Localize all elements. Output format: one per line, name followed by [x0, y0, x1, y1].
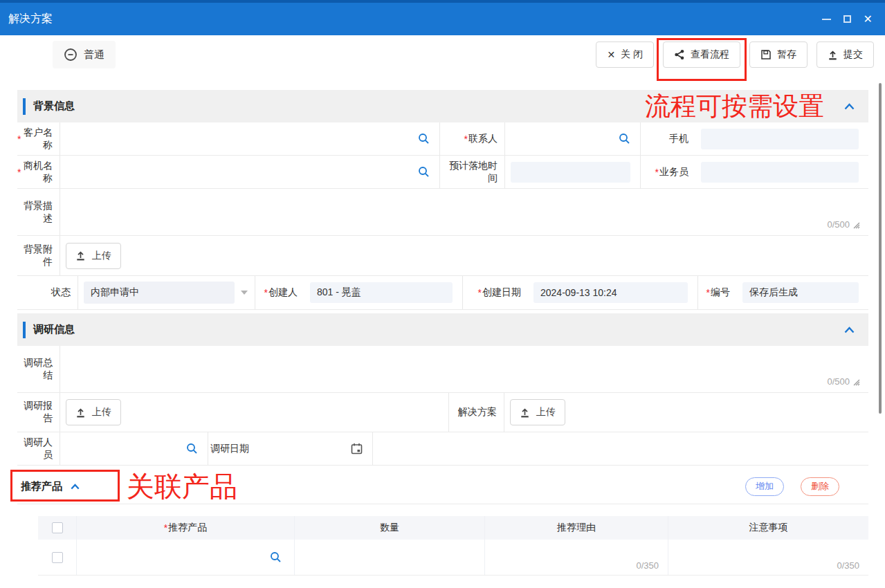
search-icon[interactable]: [418, 166, 430, 178]
create-date-input[interactable]: 2024-09-13 10:24: [533, 282, 688, 303]
background-attach-label: 背景附件: [17, 236, 60, 275]
products-section-title: 推荐产品: [21, 480, 80, 493]
salesman-input[interactable]: [701, 162, 859, 183]
salesman-field-cell: [695, 156, 868, 188]
creator-label: *创建人: [255, 276, 304, 309]
create-date-cell: 2024-09-13 10:24: [528, 276, 697, 309]
creator-cell: 801 - 晃盖: [304, 276, 462, 309]
toolbar: 普通 ✕ 关 闭 查看流程 暂存 提交: [0, 35, 885, 74]
background-section-title: 背景信息: [33, 100, 75, 113]
maximize-icon[interactable]: [843, 15, 851, 23]
header-quantity: 数量: [294, 516, 484, 540]
serial-input[interactable]: 保存后生成: [742, 282, 859, 303]
close-form-button[interactable]: ✕ 关 闭: [596, 42, 654, 68]
chevron-down-icon[interactable]: [241, 291, 248, 295]
research-date-label: 调研日期: [208, 432, 256, 465]
search-icon[interactable]: [186, 443, 198, 454]
reason-counter: 0/350: [636, 560, 659, 571]
research-section-header: 调研信息: [17, 313, 868, 346]
researcher-field[interactable]: [60, 432, 208, 465]
header-notes: 注意事项: [668, 516, 868, 540]
status-label: 状态: [17, 276, 77, 309]
search-icon[interactable]: [619, 133, 630, 145]
creator-input[interactable]: 801 - 晃盖: [310, 282, 453, 303]
background-desc-textarea[interactable]: 0/500: [60, 189, 868, 235]
section-background: 背景信息 流程可按需设置 *客户名称 *联系人 手机 *商机名称: [17, 90, 868, 310]
priority-label: 普通: [84, 48, 104, 62]
background-desc-counter: 0/500: [827, 219, 860, 230]
priority-button[interactable]: 普通: [53, 41, 116, 68]
background-attach-cell: 上传: [60, 236, 868, 275]
landing-time-label: 预计落地时间: [439, 156, 504, 188]
products-table-header: *推荐产品 数量 推荐理由 注意事项: [38, 516, 868, 540]
status-select[interactable]: 内部申请中: [77, 276, 255, 309]
row-research-summary: 调研总结 0/500: [17, 346, 868, 393]
row-opportunity: *商机名称 预计落地时间 *业务员: [17, 156, 868, 189]
solution-label: 解决方案: [448, 393, 504, 432]
chevron-up-icon[interactable]: [844, 327, 855, 333]
window-controls: ✕: [822, 14, 873, 25]
delete-row-button[interactable]: 删除: [801, 477, 839, 496]
upload-icon: [828, 50, 838, 60]
floppy-save-icon: [760, 49, 772, 60]
share-icon: [674, 49, 685, 60]
resize-handle-icon[interactable]: [852, 378, 860, 386]
window-title: 解决方案: [8, 12, 53, 26]
row-research-report: 调研报告 上传 解决方案 上传: [17, 393, 868, 432]
view-process-button[interactable]: 查看流程: [663, 42, 740, 68]
form-content: 背景信息 流程可按需设置 *客户名称 *联系人 手机 *商机名称: [0, 90, 885, 576]
chevron-up-icon[interactable]: [844, 103, 855, 110]
search-icon[interactable]: [418, 133, 430, 145]
close-x-icon: ✕: [607, 49, 615, 60]
contact-field[interactable]: [504, 122, 640, 155]
mobile-input[interactable]: [701, 129, 859, 149]
section-accent-bar: [23, 98, 26, 115]
close-icon[interactable]: ✕: [864, 14, 873, 25]
row-customer: *客户名称 *联系人 手机: [17, 122, 868, 156]
create-date-label: *创建日期: [462, 276, 528, 309]
upload-icon: [75, 250, 86, 261]
products-table: *推荐产品 数量 推荐理由 注意事项 0/350 0/350: [38, 516, 868, 576]
serial-label: *编号: [697, 276, 737, 309]
row-checkbox[interactable]: [52, 552, 63, 563]
row-select-cell: [38, 540, 76, 575]
row-product-field[interactable]: [76, 540, 294, 575]
select-all-cell: [38, 516, 76, 540]
upload-icon: [75, 407, 86, 418]
research-report-upload-button[interactable]: 上传: [66, 399, 121, 425]
search-icon[interactable]: [270, 551, 282, 563]
products-actions: 增加 删除: [745, 477, 839, 496]
solution-upload-button[interactable]: 上传: [510, 399, 565, 425]
background-section-header: 背景信息 流程可按需设置: [17, 90, 868, 122]
research-summary-textarea[interactable]: 0/500: [60, 346, 868, 392]
upload-icon: [520, 407, 530, 418]
row-quantity-field[interactable]: [294, 540, 484, 575]
landing-time-input[interactable]: [511, 162, 630, 183]
header-product: *推荐产品: [76, 516, 294, 540]
background-upload-button[interactable]: 上传: [66, 243, 121, 269]
row-background-attach: 背景附件 上传: [17, 236, 868, 276]
row-reason-field[interactable]: 0/350: [484, 540, 668, 575]
resize-handle-icon[interactable]: [852, 221, 860, 229]
add-row-button[interactable]: 增加: [745, 477, 784, 496]
research-summary-counter: 0/500: [827, 376, 860, 387]
research-report-cell: 上传: [60, 393, 448, 432]
background-desc-label: 背景描述: [17, 189, 60, 235]
product-annotation-text: 关联产品: [127, 468, 237, 506]
toolbar-actions: ✕ 关 闭 查看流程 暂存 提交: [596, 42, 874, 68]
process-annotation-text: 流程可按需设置: [645, 89, 824, 124]
save-draft-button[interactable]: 暂存: [749, 42, 808, 68]
minimize-icon[interactable]: [822, 19, 831, 20]
select-all-checkbox[interactable]: [52, 522, 63, 533]
status-select-value[interactable]: 内部申请中: [84, 282, 235, 304]
research-date-field[interactable]: [256, 432, 372, 465]
mobile-field-cell: [695, 122, 868, 155]
products-section-header: 推荐产品 关联产品 增加 删除: [17, 469, 868, 504]
customer-field[interactable]: [60, 122, 439, 155]
chevron-up-icon[interactable]: [71, 484, 80, 490]
calendar-icon[interactable]: [351, 443, 363, 454]
row-notes-field[interactable]: 0/350: [668, 540, 868, 575]
submit-button[interactable]: 提交: [816, 42, 874, 68]
vertical-scrollbar[interactable]: [879, 83, 882, 414]
opportunity-field[interactable]: [60, 156, 439, 188]
